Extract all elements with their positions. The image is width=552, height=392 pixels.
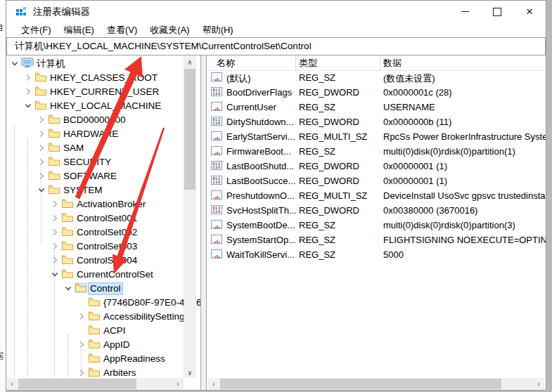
- tree-item-hkey-current-user[interactable]: HKEY_CURRENT_USER: [6, 84, 200, 98]
- value-row-preshutdowno[interactable]: abPreshutdownO...REG_MULTI_SZDeviceInsta…: [207, 188, 546, 203]
- tree-vertical-scrollbar[interactable]: ∧ ∨: [184, 56, 196, 378]
- value-name: LastBootShutd...: [226, 161, 294, 171]
- chevron-right-icon[interactable]: [23, 72, 34, 83]
- folder-icon: [48, 114, 60, 124]
- tree-item-controlset003[interactable]: ControlSet003: [6, 239, 200, 253]
- chevron-right-icon[interactable]: [76, 367, 87, 378]
- chevron-right-icon[interactable]: [49, 212, 60, 223]
- tree-item-hkey-classes-root[interactable]: HKEY_CLASSES_ROOT: [6, 70, 200, 84]
- tree-item-label: Arbiters: [101, 367, 139, 379]
- menu-item-edit[interactable]: 编辑(E): [58, 22, 101, 38]
- tree-item-controlset001[interactable]: ControlSet001: [6, 211, 200, 225]
- list-horizontal-scrollbar[interactable]: ‹ ›: [208, 378, 544, 390]
- value-type: REG_DWORD: [299, 87, 359, 98]
- folder-icon: [34, 100, 47, 110]
- folder-icon: [48, 184, 60, 195]
- chevron-right-icon[interactable]: [76, 311, 87, 322]
- chevron-right-icon[interactable]: [49, 240, 60, 251]
- value-row-dirtyshutdown[interactable]: 011110DirtyShutdown...REG_DWORD0x0000000…: [207, 115, 546, 129]
- value-row-svchostsplitth[interactable]: 011110SvcHostSplitTh...REG_DWORD0x003800…: [207, 203, 546, 218]
- tree-horizontal-scrollbar[interactable]: ‹ ›: [6, 378, 184, 390]
- value-name: BootDriverFlags: [226, 87, 292, 98]
- scroll-right-icon[interactable]: ›: [172, 378, 184, 390]
- chevron-right-icon[interactable]: [49, 226, 60, 237]
- tree-item-accessibilitysettings[interactable]: AccessibilitySettings: [6, 309, 200, 323]
- value-row-waittokillservi[interactable]: abWaitToKillServi...REG_SZ5000: [207, 247, 546, 262]
- chevron-down-icon[interactable]: [36, 184, 47, 195]
- value-row-lastbootshutd[interactable]: 011110LastBootShutd...REG_DWORD0x0000000…: [207, 159, 546, 174]
- tree-item-software[interactable]: SOFTWARE: [6, 169, 200, 183]
- value-row-默认[interactable]: ab(默认)REG_SZ(数值未设置): [207, 70, 546, 85]
- value-data: (数值未设置): [383, 72, 435, 85]
- menu-item-help[interactable]: 帮助(H): [196, 22, 240, 38]
- tree-item-currentcontrolset[interactable]: CurrentControlSet: [6, 267, 200, 281]
- chevron-right-icon[interactable]: [36, 170, 47, 181]
- value-row-firmwareboot[interactable]: abFirmwareBoot...REG_SZmulti(0)disk(0)rd…: [207, 144, 546, 159]
- tree-item-controlset004[interactable]: ControlSet004: [6, 253, 200, 267]
- maximize-button[interactable]: [481, 1, 513, 22]
- close-button[interactable]: ×: [513, 1, 546, 22]
- menu-item-file[interactable]: 文件(F): [15, 22, 58, 38]
- tree-item-system[interactable]: SYSTEM: [6, 183, 200, 197]
- value-name: FirmwareBoot...: [226, 146, 291, 157]
- tree-item-arbiters[interactable]: Arbiters: [6, 365, 200, 379]
- tree-item-activationbroker[interactable]: ActivationBroker: [6, 197, 200, 211]
- column-header-data[interactable]: 数据: [383, 57, 402, 70]
- tree-item-label: CurrentControlSet: [75, 268, 155, 281]
- tree-item-计算机[interactable]: 计算机: [6, 56, 200, 70]
- scroll-down-icon[interactable]: ∨: [184, 367, 196, 378]
- column-header-type[interactable]: 类型: [299, 57, 317, 70]
- tree-item-bcd00000000[interactable]: BCD00000000: [6, 112, 200, 126]
- chevron-right-icon[interactable]: [36, 114, 47, 125]
- chevron-right-icon[interactable]: [36, 142, 47, 153]
- chevron-right-icon[interactable]: [36, 128, 47, 139]
- scroll-left-icon[interactable]: ‹: [6, 378, 18, 390]
- tree-item-controlset002[interactable]: ControlSet002: [6, 225, 200, 239]
- value-row-lastbootsucce[interactable]: 011110LastBootSucce...REG_DWORD0x0000000…: [207, 174, 546, 188]
- value-data: 0x00380000 (3670016): [383, 205, 477, 216]
- address-input[interactable]: [7, 38, 545, 55]
- scroll-left-icon[interactable]: ‹: [208, 378, 219, 390]
- chevron-down-icon[interactable]: [23, 100, 34, 111]
- menu-item-view[interactable]: 查看(V): [101, 22, 143, 38]
- tree-item-hkey-local-machine[interactable]: HKEY_LOCAL_MACHINE: [6, 98, 200, 112]
- folder-icon: [48, 142, 60, 152]
- tree-item-label: SOFTWARE: [61, 170, 119, 183]
- chevron-down-icon[interactable]: [49, 268, 60, 280]
- tree-item-sam[interactable]: SAM: [6, 141, 200, 155]
- value-row-systemstartop[interactable]: abSystemStartOp...REG_SZFLIGHTSIGNING NO…: [207, 233, 546, 247]
- column-header-name[interactable]: 名称: [217, 57, 235, 70]
- scrollbar-thumb[interactable]: [18, 379, 136, 389]
- column-separator[interactable]: [380, 55, 380, 70]
- tree-item-appid[interactable]: AppID: [6, 337, 200, 351]
- folder-icon: [88, 367, 101, 377]
- scroll-right-icon[interactable]: ›: [533, 378, 544, 390]
- scrollbar-thumb[interactable]: [184, 69, 195, 190]
- scrollbar-thumb[interactable]: [220, 379, 501, 389]
- tree-item-7746d80f-97e0-4e26-95[interactable]: {7746D80F-97E0-4E26-95: [6, 295, 200, 309]
- scroll-up-icon[interactable]: ∧: [184, 56, 196, 67]
- menu-item-favorites[interactable]: 收藏夹(A): [143, 22, 195, 38]
- column-separator[interactable]: [295, 55, 296, 70]
- value-row-systembootde[interactable]: abSystemBootDe...REG_SZmulti(0)disk(0)rd…: [207, 218, 546, 233]
- chevron-right-icon[interactable]: [23, 86, 34, 97]
- value-row-bootdriverflags[interactable]: 011110BootDriverFlagsREG_DWORD0x0000001c…: [207, 85, 546, 100]
- tree-item-control[interactable]: Control: [6, 281, 200, 295]
- tree-item-appreadiness[interactable]: AppReadiness: [6, 351, 200, 365]
- chevron-down-icon[interactable]: [9, 58, 20, 69]
- tree-item-acpi[interactable]: ACPI: [6, 323, 200, 337]
- value-row-earlystartservi[interactable]: abEarlyStartServi...REG_MULTI_SZRpcSs Po…: [207, 129, 546, 144]
- value-type: REG_DWORD: [299, 205, 359, 216]
- chevron-right-icon[interactable]: [49, 198, 60, 209]
- minimize-icon: [461, 11, 469, 12]
- chevron-right-icon[interactable]: [49, 254, 60, 266]
- chevron-right-icon[interactable]: [36, 156, 47, 167]
- pane-splitter[interactable]: [201, 55, 207, 390]
- minimize-button[interactable]: [449, 1, 481, 22]
- tree-item-hardware[interactable]: HARDWARE: [6, 126, 200, 141]
- value-row-currentuser[interactable]: abCurrentUserREG_SZUSERNAME: [207, 100, 546, 115]
- chevron-right-icon[interactable]: [76, 339, 87, 350]
- value-type: REG_SZ: [299, 249, 335, 260]
- tree-item-security[interactable]: SECURITY: [6, 155, 200, 169]
- chevron-down-icon[interactable]: [63, 282, 74, 294]
